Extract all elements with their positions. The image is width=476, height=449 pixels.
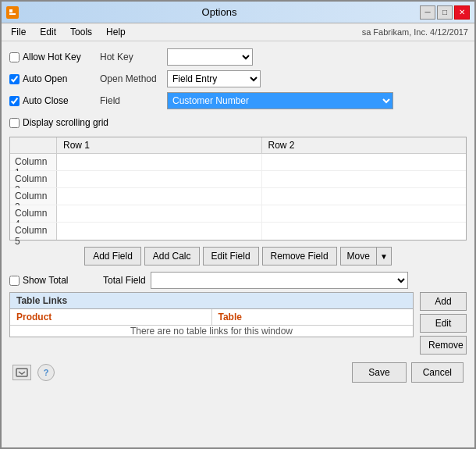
grid-cell-2-1[interactable] [57,171,262,187]
footer-right: Save Cancel [352,362,464,383]
grid-row-label-2: Column 2 [10,171,57,187]
table-links-product-col: Product [10,309,212,325]
grid-section: Row 1 Row 2 Column 1 Column 2 Column 3 C… [9,137,467,241]
display-scrolling-grid-checkbox[interactable] [9,118,20,128]
svg-rect-1 [9,9,12,12]
table-links-table-col: Table [212,309,414,325]
auto-close-checkbox[interactable] [9,96,20,106]
allow-hot-key-label[interactable]: Allow Hot Key [9,52,95,62]
grid-col1-header: Row 1 [57,137,262,153]
auto-open-row: Auto Open Open Method Field Entry [9,69,467,88]
show-total-checkbox[interactable] [9,276,20,286]
grid-cell-3-1[interactable] [57,188,262,205]
cancel-button[interactable]: Cancel [411,362,464,383]
field-select[interactable]: Customer Number [167,92,393,109]
minimize-button[interactable]: ─ [420,5,435,20]
show-total-label[interactable]: Show Total [9,275,95,286]
auto-open-label[interactable]: Auto Open [9,73,95,84]
table-links-body: There are no table links for this window [10,326,413,337]
table-links-empty-message: There are no table links for this window [130,326,293,337]
grid-cell-5-1[interactable] [57,223,262,240]
move-group: Move ▼ [340,247,392,265]
grid-row-label-1: Column 1 [10,154,57,170]
grid-row-5: Column 5 [10,223,466,240]
title-bar-buttons: ─ □ ✕ [420,5,470,20]
grid-row-label-3: Column 3 [10,188,57,205]
grid-cell-1-1[interactable] [57,154,262,170]
restore-button[interactable]: □ [437,5,453,20]
display-scrolling-grid-row: Display scrolling grid [9,113,467,132]
remove-field-button[interactable]: Remove Field [262,247,337,265]
table-links-inner: Table Links Product Table There are no t… [9,292,414,355]
menu-items: File Edit Tools Help [5,25,132,39]
field-label: Field [100,95,162,106]
menu-edit[interactable]: Edit [34,25,62,39]
display-scrolling-grid-label[interactable]: Display scrolling grid [9,117,108,128]
grid-row-label-4: Column 4 [10,205,57,222]
show-total-row: Show Total Total Field [9,272,467,289]
table-links-remove-button[interactable]: Remove [420,336,467,355]
edit-field-button[interactable]: Edit Field [203,247,259,265]
title-bar: Options ─ □ ✕ [2,2,474,23]
auto-close-label[interactable]: Auto Close [9,95,95,106]
table-links-side-buttons: Add Edit Remove [420,292,467,355]
auto-open-checkbox[interactable] [9,74,20,84]
options-window: Options ─ □ ✕ File Edit Tools Help sa Fa… [0,0,476,449]
table-links-section: Table Links Product Table There are no t… [9,292,414,337]
footer-left: ? [12,364,55,381]
menu-bar: File Edit Tools Help sa Fabrikam, Inc. 4… [2,23,474,41]
hot-key-select[interactable] [167,48,253,66]
close-button[interactable]: ✕ [454,5,470,20]
grid-row-label-header [10,137,57,153]
menu-file[interactable]: File [5,25,32,39]
grid-header: Row 1 Row 2 [10,137,466,154]
allow-hot-key-row: Allow Hot Key Hot Key [9,48,467,66]
form-content: Allow Hot Key Hot Key Auto Open Open Met… [2,41,474,447]
grid-cell-1-2[interactable] [262,154,467,170]
grid-cell-2-2[interactable] [262,171,467,187]
table-links-columns: Product Table [10,309,413,326]
grid-cell-4-1[interactable] [57,205,262,222]
table-links-header: Table Links [10,293,413,309]
menu-tools[interactable]: Tools [64,25,98,39]
table-links-area: Table Links Product Table There are no t… [9,292,467,355]
open-method-select[interactable]: Field Entry [167,70,261,87]
grid-row-3: Column 3 [10,188,466,205]
add-calc-button[interactable]: Add Calc [144,247,200,265]
save-button[interactable]: Save [352,362,406,383]
grid-cell-4-2[interactable] [262,205,467,222]
menu-help[interactable]: Help [100,25,132,39]
allow-hot-key-checkbox[interactable] [9,52,20,62]
footer-icon-1[interactable] [12,365,31,380]
grid-cell-3-2[interactable] [262,188,467,205]
hot-key-field-label: Hot Key [100,52,162,62]
grid-row-1: Column 1 [10,154,466,171]
grid-row-2: Column 2 [10,171,466,188]
window-icon [6,6,19,19]
grid-col2-header: Row 2 [262,137,467,153]
add-field-button[interactable]: Add Field [84,247,141,265]
footer-help-icon[interactable]: ? [37,364,55,381]
move-button[interactable]: Move [340,247,376,265]
total-field-select[interactable] [151,272,408,289]
auto-close-row: Auto Close Field Customer Number [9,91,467,110]
user-info: sa Fabrikam, Inc. 4/12/2017 [362,27,471,37]
grid-row-4: Column 4 [10,205,466,223]
grid-buttons-row: Add Field Add Calc Edit Field Remove Fie… [9,247,467,265]
table-links-add-button[interactable]: Add [420,292,467,311]
table-links-edit-button[interactable]: Edit [420,314,467,333]
grid-row-label-5: Column 5 [10,223,57,240]
svg-rect-3 [16,369,27,376]
open-method-label: Open Method [100,73,162,84]
grid-cell-5-2[interactable] [262,223,467,240]
footer-row: ? Save Cancel [9,358,467,386]
total-field-label: Total Field [103,275,146,286]
svg-rect-2 [9,13,16,15]
window-title: Options [19,6,420,18]
move-dropdown-button[interactable]: ▼ [376,247,392,265]
